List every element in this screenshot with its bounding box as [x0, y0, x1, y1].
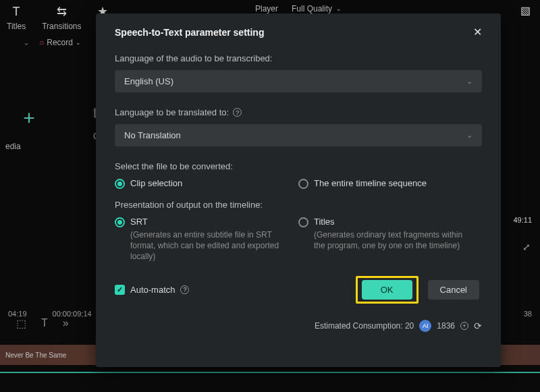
auto-match-checkbox[interactable]: ✓ Auto-match ?	[115, 285, 189, 295]
screenshot-icon[interactable]: ▧	[520, 4, 531, 17]
checkbox-checked-icon: ✓	[115, 285, 125, 295]
add-credits-icon[interactable]: +	[460, 322, 468, 330]
quality-select[interactable]: Full Quality⌄	[292, 4, 342, 13]
timecode-2: 00:00:09;14	[53, 310, 92, 318]
ok-highlight: OK	[356, 276, 418, 304]
info-icon[interactable]: ?	[233, 108, 242, 117]
cancel-button[interactable]: Cancel	[428, 280, 479, 300]
timecode-1: 04:19	[8, 310, 27, 318]
dialog-title: Speech-to-Text parameter setting	[115, 27, 264, 38]
record-button[interactable]: Record ⌄	[39, 38, 81, 47]
add-media-button[interactable]: +	[5, 94, 53, 142]
presentation-label: Presentation of output on the timeline:	[115, 200, 482, 210]
radio-entire-timeline[interactable]: The entire timeline sequence	[298, 178, 482, 189]
crop-icon[interactable]: ⬚	[16, 317, 26, 330]
timecode-3: 38	[524, 310, 532, 318]
ai-credits-icon: AI	[419, 320, 431, 332]
translate-language-label: Language to be translated to: ?	[115, 107, 482, 117]
media-label: edia	[5, 142, 53, 151]
text-tool-icon[interactable]: T	[41, 317, 48, 329]
close-button[interactable]: ✕	[473, 26, 482, 38]
tab-transitions[interactable]: ⇆Transitions	[42, 4, 81, 31]
refresh-icon[interactable]: ⟳	[474, 320, 482, 331]
radio-clip-selection[interactable]: Clip selection	[115, 178, 298, 189]
file-select-label: Select the file to be converted:	[115, 161, 482, 171]
translate-language-select[interactable]: No Translation⌄	[115, 124, 482, 146]
dropdown-icon[interactable]: ⌄	[23, 38, 30, 47]
audio-language-label: Language of the audio to be transcribed:	[115, 53, 482, 63]
estimated-consumption: Estimated Consumption: 20 AI 1836 + ⟳	[315, 320, 482, 332]
expand-icon[interactable]: ⤢	[522, 242, 531, 252]
radio-srt[interactable]: SRT (Generates an entire subtitle file i…	[115, 217, 298, 262]
audio-language-select[interactable]: English (US)⌄	[115, 70, 482, 92]
more-tools-icon[interactable]: »	[63, 317, 69, 329]
tab-titles[interactable]: TTitles	[7, 5, 26, 31]
chevron-down-icon: ⌄	[466, 131, 473, 140]
player-label: Player	[255, 4, 278, 13]
chevron-down-icon: ⌄	[466, 77, 473, 86]
info-icon[interactable]: ?	[180, 285, 189, 294]
duration-label: 49:11	[513, 216, 532, 224]
radio-titles[interactable]: Titles (Generates ordinary text fragment…	[298, 217, 482, 251]
speech-to-text-dialog: Speech-to-Text parameter setting ✕ Langu…	[96, 13, 501, 367]
ok-button[interactable]: OK	[362, 280, 412, 300]
